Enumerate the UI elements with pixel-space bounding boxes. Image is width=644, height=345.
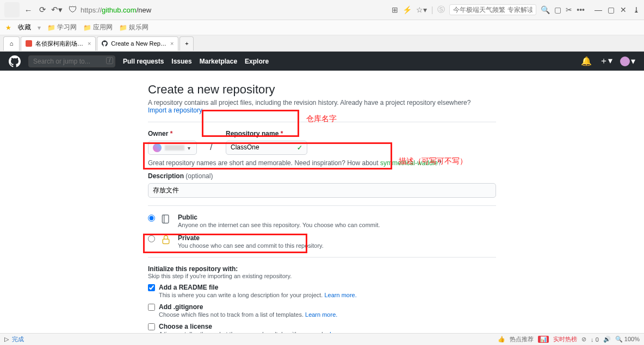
public-radio[interactable] (148, 215, 155, 222)
hot-badge-icon: 📊 (538, 336, 549, 343)
minimize-button[interactable]: — (595, 5, 602, 14)
flash-icon[interactable]: ⚡ (403, 5, 412, 14)
nav-issues[interactable]: Issues (171, 58, 191, 65)
page-subtitle: A repository contains all project files,… (148, 99, 470, 106)
favorites-label[interactable]: 收藏 (18, 23, 31, 32)
owner-label: Owner (148, 130, 168, 137)
tab-1[interactable]: 名侦探柯南剧场版 中文版 × (21, 36, 96, 51)
browser-search-input[interactable] (449, 4, 536, 15)
bookmark-folder-3[interactable]: 📁娱乐网 (119, 23, 148, 32)
owner-dropdown[interactable]: ▾ (148, 141, 197, 155)
owner-avatar (153, 143, 162, 152)
page-title: Create a new repository (148, 83, 496, 97)
extension-icon[interactable]: ▢ (554, 5, 561, 14)
maximize-button[interactable]: ▢ (608, 5, 615, 14)
learn-more-link[interactable]: Learn more. (305, 311, 337, 318)
github-search[interactable]: / (28, 55, 115, 67)
menu-icon[interactable]: ••• (577, 5, 585, 14)
readme-title: Add a README file (159, 284, 357, 291)
close-tab-icon[interactable]: × (170, 40, 174, 47)
close-window-button[interactable]: ✕ (620, 5, 627, 14)
home-tab[interactable]: ⌂ (3, 36, 20, 51)
valid-check-icon: ✓ (297, 144, 302, 152)
nav-marketplace[interactable]: Marketplace (200, 58, 237, 65)
block-icon[interactable]: ⊘ (581, 336, 586, 343)
repo-icon (160, 214, 172, 226)
speaker-icon[interactable]: 🔊 (603, 336, 611, 343)
github-search-input[interactable] (28, 55, 115, 67)
public-title: Public (178, 214, 380, 221)
license-checkbox[interactable] (148, 323, 155, 330)
nav-explore[interactable]: Explore (245, 58, 269, 65)
sogou-icon[interactable]: Ⓢ (437, 5, 445, 15)
github-favicon (102, 40, 108, 47)
status-text: 完成 (12, 335, 24, 343)
svg-rect-0 (162, 215, 169, 223)
description-input[interactable] (153, 187, 491, 195)
bookmark-folder-2[interactable]: 📁应用网 (83, 23, 113, 32)
close-tab-icon[interactable]: × (88, 40, 91, 47)
lock-icon: 🛡 (69, 5, 77, 15)
hot-live[interactable]: 实时热榜 (553, 335, 577, 343)
qr-icon[interactable]: ⊞ (392, 5, 398, 14)
notifications-icon[interactable]: 🔔 (581, 56, 592, 66)
private-radio[interactable] (148, 235, 155, 242)
new-tab-button[interactable]: + (179, 36, 194, 51)
back-button[interactable]: ← (23, 4, 34, 15)
zoom-level[interactable]: 🔍 100% (615, 336, 640, 343)
lock-icon (160, 234, 172, 247)
browser-avatar (4, 2, 20, 17)
import-repo-link[interactable]: Import a repository. (148, 106, 203, 114)
avatar (620, 57, 630, 66)
annotation-text-repo: 仓库名字 (306, 114, 337, 124)
favorites-star-icon[interactable]: ★ (5, 24, 11, 32)
private-sub: You choose who can see and commit to thi… (178, 242, 324, 249)
readme-checkbox[interactable] (148, 284, 155, 291)
description-label: Description (148, 172, 184, 180)
repo-name-input[interactable] (231, 143, 290, 151)
reload-button[interactable]: ⟳ (37, 4, 48, 15)
undo-dropdown[interactable]: ↶▾ (51, 4, 62, 15)
tab-favicon (26, 40, 32, 47)
public-sub: Anyone on the internet can see this repo… (178, 222, 380, 228)
learn-more-link[interactable]: Learn more. (324, 292, 356, 298)
gitignore-title: Add .gitignore (159, 303, 337, 311)
divider: | (431, 5, 434, 14)
download-icon[interactable]: ⤓ (633, 5, 640, 14)
owner-name-blurred (165, 145, 184, 150)
repo-name-label: Repository name (226, 130, 278, 137)
gitignore-checkbox[interactable] (148, 304, 155, 311)
scissors-icon[interactable]: ✂ (566, 5, 572, 14)
search-icon[interactable]: 🔍 (541, 5, 550, 14)
bookmark-folder-1[interactable]: 📁学习网 (47, 23, 77, 32)
license-title: Choose a license (159, 323, 362, 330)
tab-2[interactable]: Create a New Reposito × (97, 36, 178, 51)
profile-dropdown[interactable]: ▾ (620, 56, 635, 66)
annotation-text-desc: 描述（可写可不写） (399, 156, 467, 166)
init-sub: Skip this step if you're importing an ex… (148, 273, 496, 279)
like-icon[interactable]: 👍 (498, 336, 505, 343)
star-icon[interactable]: ☆▾ (416, 5, 427, 14)
address-bar[interactable]: https://github.com/new (81, 6, 151, 14)
create-new-dropdown[interactable]: ＋▾ (599, 55, 612, 67)
hot-recommend[interactable]: 热点推荐 (510, 335, 534, 343)
nav-pull-requests[interactable]: Pull requests (123, 58, 164, 65)
repo-hint: Great repository names are short and mem… (148, 159, 380, 167)
download-speed: ↓ 0 (591, 336, 599, 343)
svg-rect-2 (163, 239, 169, 243)
private-title: Private (178, 234, 324, 242)
github-logo[interactable] (9, 55, 21, 67)
init-heading: Initialize this repository with: (148, 265, 496, 273)
sidebar-toggle-icon[interactable]: ▷ (4, 336, 9, 343)
slash-hint: / (106, 57, 113, 64)
